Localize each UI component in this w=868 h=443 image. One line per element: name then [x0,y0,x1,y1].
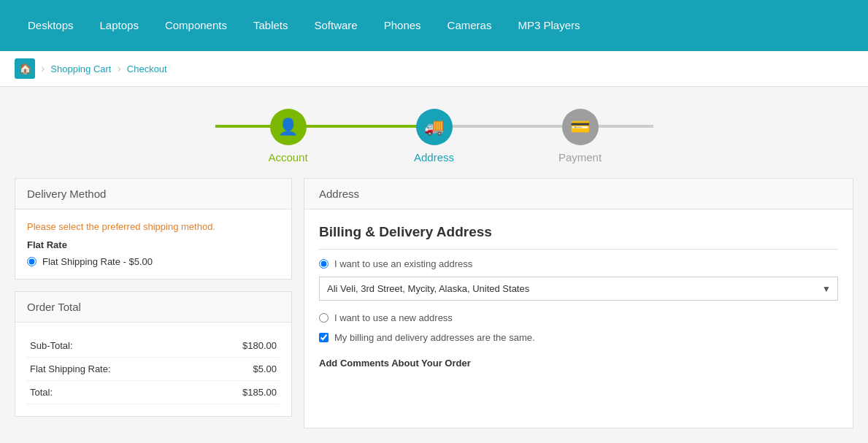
nav-item-tablets[interactable]: Tablets [240,0,302,51]
flat-rate-option[interactable]: Flat Shipping Rate - $5.00 [27,256,280,267]
flat-rate-label: Flat Shipping Rate - $5.00 [42,256,153,267]
total-label: Total: [27,381,199,404]
breadcrumb-sep-1: › [41,62,45,75]
address-select-wrapper: Ali Veli, 3rd Street, Mycity, Alaska, Un… [319,277,838,301]
total-value: $185.00 [199,381,280,404]
nav-item-mp3players[interactable]: MP3 Players [504,0,593,51]
shipping-label: Flat Shipping Rate: [27,358,199,381]
order-total-body: Sub-Total: $180.00 Flat Shipping Rate: $… [15,323,291,416]
billing-delivery-title: Billing & Delivery Address [319,224,838,250]
breadcrumb: 🏠 › Shopping Cart › Checkout [0,51,868,87]
right-panel: Address Billing & Delivery Address I wan… [304,178,853,428]
order-total-table: Sub-Total: $180.00 Flat Shipping Rate: $… [27,334,280,404]
step-address-icon: 🚚 [416,109,453,145]
breadcrumb-shopping-cart[interactable]: Shopping Cart [50,63,111,74]
checkout-stepper: 👤 Account 🚚 Address 💳 Payment [0,87,868,178]
nav-item-software[interactable]: Software [302,0,371,51]
nav-item-laptops[interactable]: Laptops [87,0,152,51]
nav-item-cameras[interactable]: Cameras [434,0,505,51]
shipping-value: $5.00 [199,358,280,381]
table-row: Sub-Total: $180.00 [27,334,280,358]
breadcrumb-checkout[interactable]: Checkout [127,63,167,74]
order-total-header: Order Total [15,292,291,323]
step-address: 🚚 Address [361,109,507,163]
existing-address-radio[interactable] [319,259,329,269]
subtotal-value: $180.00 [199,334,280,358]
table-row: Total: $185.00 [27,381,280,404]
nav-item-desktops[interactable]: Desktops [15,0,87,51]
step-payment-icon: 💳 [562,109,599,145]
step-account-icon: 👤 [270,109,307,145]
existing-address-option[interactable]: I want to use an existing address [319,258,838,269]
breadcrumb-sep-2: › [117,62,120,75]
new-address-option[interactable]: I want to use a new address [319,312,838,323]
same-address-checkbox[interactable] [319,333,329,342]
address-radio-group: I want to use an existing address Ali Ve… [319,258,838,323]
address-select[interactable]: Ali Veli, 3rd Street, Mycity, Alaska, Un… [319,277,838,301]
add-comments-title: Add Comments About Your Order [319,358,838,369]
shipping-note: Please select the preferred shipping met… [27,221,280,232]
step-payment: 💳 Payment [507,109,653,163]
step-account: 👤 Account [215,109,361,163]
home-icon[interactable]: 🏠 [15,58,35,79]
same-address-label: My billing and delivery addresses are th… [334,332,535,343]
new-address-radio[interactable] [319,313,329,323]
same-address-checkbox-row[interactable]: My billing and delivery addresses are th… [319,332,838,343]
nav-item-phones[interactable]: Phones [371,0,434,51]
address-panel-body: Billing & Delivery Address I want to use… [304,209,853,389]
nav-item-components[interactable]: Components [152,0,240,51]
delivery-method-body: Please select the preferred shipping met… [15,209,291,279]
step-payment-label: Payment [558,151,602,163]
left-panel: Delivery Method Please select the prefer… [15,178,292,428]
step-account-label: Account [268,151,307,163]
step-address-label: Address [414,151,454,163]
order-total-box: Order Total Sub-Total: $180.00 Flat Ship… [15,291,292,417]
top-navigation: Desktops Laptops Components Tablets Soft… [0,0,868,51]
delivery-method-box: Delivery Method Please select the prefer… [15,178,292,280]
flat-rate-title: Flat Rate [27,239,280,250]
flat-rate-radio[interactable] [27,257,37,266]
address-panel-header: Address [304,179,853,209]
new-address-label: I want to use a new address [334,312,453,323]
subtotal-label: Sub-Total: [27,334,199,358]
table-row: Flat Shipping Rate: $5.00 [27,358,280,381]
main-content: Delivery Method Please select the prefer… [0,178,868,443]
existing-address-label: I want to use an existing address [334,258,472,269]
delivery-method-header: Delivery Method [15,179,291,209]
